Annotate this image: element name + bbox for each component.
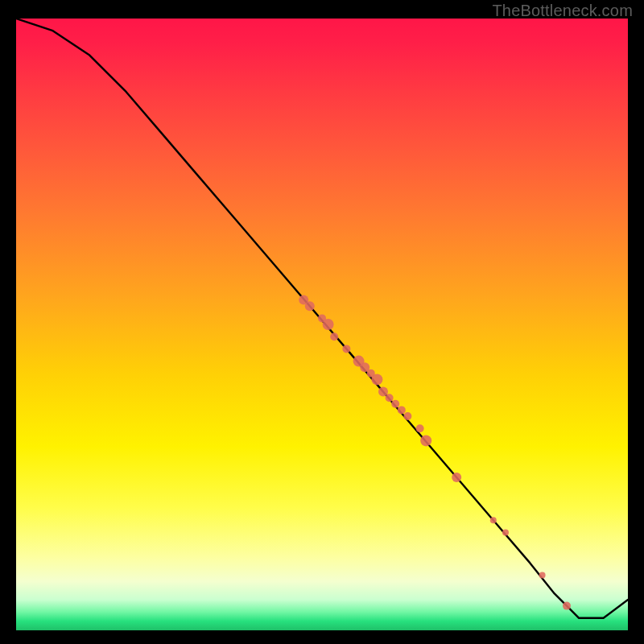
curve-marker xyxy=(386,394,394,402)
curve-marker xyxy=(371,374,382,385)
curve-marker xyxy=(403,412,411,420)
curve-marker xyxy=(416,424,424,432)
curve-marker xyxy=(420,435,431,446)
curve-layer xyxy=(16,19,628,630)
curve-marker xyxy=(330,332,338,341)
curve-marker xyxy=(539,572,546,579)
plot-area xyxy=(16,19,628,630)
curve-marker xyxy=(490,517,497,523)
chart-stage: TheBottleneck.com xyxy=(0,0,644,644)
curve-marker xyxy=(342,345,350,353)
curve-marker xyxy=(563,602,571,610)
watermark-text: TheBottleneck.com xyxy=(492,2,633,20)
curve-marker xyxy=(323,319,334,330)
curve-marker xyxy=(398,406,406,414)
curve-marker xyxy=(502,529,509,535)
curve-marker xyxy=(452,473,461,482)
curve-marker xyxy=(305,301,315,311)
curve-marker xyxy=(391,400,399,408)
